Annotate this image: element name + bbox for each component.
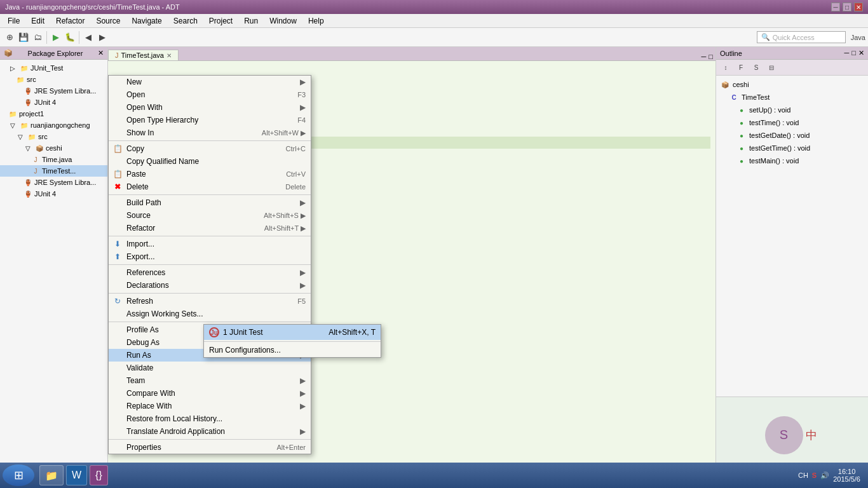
ctx-paste[interactable]: 📋 Paste Ctrl+V bbox=[109, 168, 311, 180]
ctx-assign-working-sets[interactable]: Assign Working Sets... bbox=[109, 308, 311, 320]
tree-item-ruanjian[interactable]: ▽ 📁 ruanjiangongcheng bbox=[0, 119, 107, 131]
maximize-button[interactable]: □ bbox=[843, 3, 851, 11]
tree-item-ceshi[interactable]: ▽ 📦 ceshi bbox=[0, 142, 107, 154]
outline-item-testtime[interactable]: ● testTime() : void bbox=[716, 116, 868, 129]
tree-label: src bbox=[27, 76, 36, 83]
ctx-compare-with[interactable]: Compare With ▶ bbox=[109, 387, 311, 400]
menu-search[interactable]: Search bbox=[168, 15, 203, 27]
debug-button[interactable]: 🐛 bbox=[64, 31, 76, 44]
ctx-source[interactable]: Source Alt+Shift+S ▶ bbox=[109, 209, 311, 222]
package-explorer-icon: 📦 bbox=[4, 49, 13, 57]
editor-tab-timetest[interactable]: J TimeTest.java ✕ bbox=[108, 50, 179, 60]
tree-label: src bbox=[38, 133, 48, 140]
quick-access-box[interactable]: 🔍 Quick Access bbox=[757, 31, 846, 43]
menu-source[interactable]: Source bbox=[91, 15, 125, 27]
outline-item-testgetdate[interactable]: ● testGetDate() : void bbox=[716, 129, 868, 142]
outline-hide-static-icon[interactable]: S bbox=[750, 61, 763, 74]
back-button[interactable]: ◀ bbox=[82, 31, 95, 44]
tree-item-junit-test[interactable]: ▷ 📁 JUnit_Test bbox=[0, 62, 107, 74]
menu-navigate[interactable]: Navigate bbox=[126, 15, 166, 27]
ctx-translate-android[interactable]: Translate Android Application ▶ bbox=[109, 425, 311, 438]
ctx-declarations[interactable]: Declarations ▶ bbox=[109, 279, 311, 292]
outline-close[interactable]: ✕ bbox=[858, 49, 864, 57]
tree-item-junit4-1[interactable]: 🏺 JUnit 4 bbox=[0, 97, 107, 108]
ctx-sep-2 bbox=[109, 194, 311, 195]
arrow-icon: ▶ bbox=[300, 389, 306, 398]
menu-file[interactable]: File bbox=[3, 15, 25, 27]
outline-item-testmain[interactable]: ● testMain() : void bbox=[716, 154, 868, 167]
ctx-new[interactable]: New ▶ bbox=[109, 76, 311, 88]
ctx-team[interactable]: Team ▶ bbox=[109, 374, 311, 387]
editor-tab-close[interactable]: ✕ bbox=[166, 52, 172, 59]
menu-window[interactable]: Window bbox=[264, 15, 302, 27]
delete-icon: ✖ bbox=[112, 182, 123, 192]
outline-item-timetest[interactable]: C TimeTest bbox=[716, 91, 868, 104]
tray-time-text: 16:10 bbox=[833, 468, 860, 475]
right-panel: Outline ─ □ ✕ ↕ F S ⊟ 📦 ceshi C TimeTest bbox=[715, 47, 868, 473]
outline-minimize[interactable]: ─ bbox=[844, 49, 850, 57]
outline-maximize[interactable]: □ bbox=[851, 49, 856, 57]
submenu-run-configurations[interactable]: Run Configurations... bbox=[204, 343, 381, 357]
ctx-references[interactable]: References ▶ bbox=[109, 266, 311, 279]
ctx-refactor[interactable]: Refactor Alt+Shift+T ▶ bbox=[109, 222, 311, 234]
tree-label: JRE System Libra... bbox=[34, 87, 96, 95]
run-button[interactable]: ▶ bbox=[50, 31, 62, 44]
tree-item-src1[interactable]: 📁 src bbox=[0, 74, 107, 85]
project-icon: ▷ bbox=[8, 63, 18, 73]
ctx-replace-with[interactable]: Replace With ▶ bbox=[109, 400, 311, 412]
ctx-delete[interactable]: ✖ Delete Delete bbox=[109, 180, 311, 193]
menu-project[interactable]: Project bbox=[204, 15, 238, 27]
outline-item-testgettime[interactable]: ● testGetTime() : void bbox=[716, 142, 868, 154]
menu-run[interactable]: Run bbox=[239, 15, 263, 27]
minimize-button[interactable]: ─ bbox=[831, 3, 840, 11]
ctx-show-in[interactable]: Show In Alt+Shift+W ▶ bbox=[109, 126, 311, 139]
outline-item-setup[interactable]: ● setUp() : void bbox=[716, 104, 868, 116]
arrow-icon: ▶ bbox=[300, 78, 306, 86]
forward-button[interactable]: ▶ bbox=[96, 31, 109, 44]
save-all-button[interactable]: 🗂 bbox=[31, 31, 44, 44]
ctx-properties[interactable]: Properties Alt+Enter bbox=[109, 441, 311, 454]
ctx-import[interactable]: ⬇ Import... bbox=[109, 238, 311, 250]
taskbar-explorer[interactable]: 📁 bbox=[39, 465, 64, 485]
package-explorer-close[interactable]: ✕ bbox=[98, 49, 104, 57]
tree-item-jre2[interactable]: 🏺 JRE System Libra... bbox=[0, 177, 107, 188]
outline-collapse-icon[interactable]: ⊟ bbox=[765, 61, 778, 74]
ctx-shortcut: F4 bbox=[297, 116, 306, 124]
start-button[interactable]: ⊞ bbox=[3, 464, 34, 486]
ctx-validate[interactable]: Validate bbox=[109, 362, 311, 374]
minimize-editor-icon[interactable]: ─ bbox=[702, 53, 707, 60]
ctx-restore-local-history[interactable]: Restore from Local History... bbox=[109, 412, 311, 425]
tb-sep-1 bbox=[46, 31, 47, 44]
taskbar-adt[interactable]: {} bbox=[90, 465, 108, 485]
ctx-copy-qualified[interactable]: Copy Qualified Name bbox=[109, 155, 311, 168]
ctx-build-path[interactable]: Build Path ▶ bbox=[109, 196, 311, 209]
ctx-refresh[interactable]: ↻ Refresh F5 bbox=[109, 295, 311, 308]
tree-item-time[interactable]: J Time.java bbox=[0, 154, 107, 165]
taskbar-word[interactable]: W bbox=[66, 465, 87, 485]
menu-edit[interactable]: Edit bbox=[26, 15, 50, 27]
tree-item-junit4-2[interactable]: 🏺 JUnit 4 bbox=[0, 188, 107, 200]
submenu-label: Run Configurations... bbox=[209, 346, 281, 355]
maximize-editor-icon[interactable]: □ bbox=[709, 53, 713, 60]
outline-sort-icon[interactable]: ↕ bbox=[719, 61, 732, 74]
import-icon: ⬇ bbox=[112, 239, 123, 249]
tree-item-project1[interactable]: 📁 project1 bbox=[0, 108, 107, 119]
close-button[interactable]: ✕ bbox=[854, 3, 863, 11]
outline-hide-fields-icon[interactable]: F bbox=[735, 61, 747, 74]
submenu-junit-test[interactable]: Ju 1 JUnit Test Alt+Shift+X, T bbox=[204, 325, 381, 340]
menu-refactor[interactable]: Refactor bbox=[51, 15, 90, 27]
menu-help[interactable]: Help bbox=[303, 15, 329, 27]
tree-item-jre1[interactable]: 🏺 JRE System Libra... bbox=[0, 85, 107, 97]
ctx-open[interactable]: Open F3 bbox=[109, 88, 311, 101]
ctx-open-type-hierarchy[interactable]: Open Type Hierarchy F4 bbox=[109, 114, 311, 126]
tree-item-timetest[interactable]: J TimeTest... bbox=[0, 165, 107, 177]
ctx-open-with[interactable]: Open With ▶ bbox=[109, 101, 311, 114]
tree-item-src2[interactable]: ▽ 📁 src bbox=[0, 131, 107, 142]
outline-item-ceshi[interactable]: 📦 ceshi bbox=[716, 78, 868, 91]
ctx-copy[interactable]: 📋 Copy Ctrl+C bbox=[109, 142, 311, 155]
ctx-export[interactable]: ⬆ Export... bbox=[109, 250, 311, 263]
save-button[interactable]: 💾 bbox=[17, 31, 30, 44]
folder-icon: 📦 bbox=[34, 143, 44, 153]
tray-icons: 🔊 bbox=[820, 471, 829, 480]
new-button[interactable]: ⊕ bbox=[3, 31, 16, 44]
